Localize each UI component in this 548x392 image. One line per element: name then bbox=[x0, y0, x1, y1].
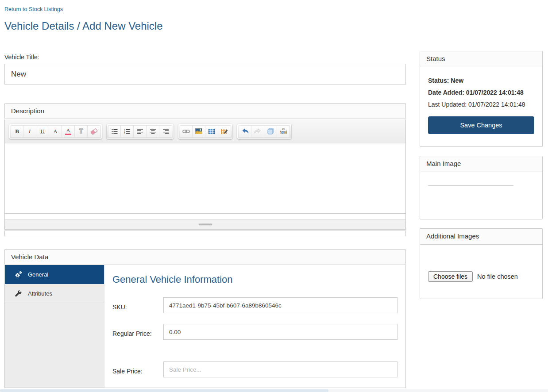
return-to-stock-listings-link[interactable]: Return to Stock Listings bbox=[4, 6, 63, 12]
align-center-button[interactable] bbox=[147, 125, 159, 138]
undo-icon bbox=[242, 128, 249, 134]
file-input: Choose files No file chosen bbox=[428, 271, 534, 282]
svg-text:3: 3 bbox=[124, 132, 125, 134]
editor-statusbar bbox=[5, 213, 405, 219]
remove-format-button[interactable] bbox=[88, 125, 100, 138]
last-updated-value: Last Updated: 01/07/2022 14:01:48 bbox=[428, 100, 534, 108]
select-all-button[interactable] bbox=[264, 125, 277, 138]
font-color-icon: A bbox=[66, 128, 70, 133]
main-image-divider bbox=[428, 185, 513, 186]
sku-label: SKU: bbox=[112, 297, 163, 313]
regular-price-label: Regular Price: bbox=[112, 324, 163, 340]
toolbar-group-actions: <> html bbox=[237, 124, 291, 139]
page-title: Vehicle Details / Add New Vehicle bbox=[4, 20, 406, 32]
align-left-icon bbox=[137, 129, 143, 134]
redo-button[interactable] bbox=[251, 125, 264, 138]
table-icon bbox=[208, 129, 215, 134]
status-panel: Status Status: New Date Added: 01/07/202… bbox=[420, 51, 543, 147]
editor-content-area[interactable] bbox=[5, 143, 405, 213]
bullet-list-button[interactable] bbox=[108, 125, 121, 138]
tab-general-label: General bbox=[28, 271, 48, 278]
font-color-button[interactable]: A bbox=[62, 125, 75, 138]
align-right-icon bbox=[163, 129, 169, 134]
vehicle-data-tab-list: General Attributes bbox=[5, 265, 104, 388]
section-title: General Vehicle Information bbox=[112, 274, 397, 285]
wrench-icon bbox=[15, 290, 22, 297]
align-center-icon bbox=[150, 129, 156, 134]
status-panel-body: Status: New Date Added: 01/07/2022 14:01… bbox=[420, 67, 542, 146]
numbered-list-icon: 123 bbox=[124, 129, 130, 134]
horizontal-scrollbar-thumb[interactable] bbox=[0, 389, 328, 392]
editor-resize-grip-icon[interactable] bbox=[199, 223, 212, 226]
horizontal-scrollbar[interactable] bbox=[0, 389, 548, 392]
vehicle-data-body: General Attributes General Vehicle Infor… bbox=[4, 265, 406, 388]
bold-icon: B bbox=[15, 128, 19, 134]
text-style-button[interactable]: T bbox=[75, 125, 88, 138]
vehicle-data-panel-header: Vehicle Data bbox=[4, 249, 406, 265]
bullet-list-icon bbox=[112, 129, 118, 134]
insert-image-button[interactable] bbox=[193, 125, 205, 138]
additional-images-panel-body: Choose files No file chosen bbox=[420, 245, 542, 299]
choose-files-button[interactable]: Choose files bbox=[428, 271, 473, 282]
file-chosen-status: No file chosen bbox=[477, 273, 518, 280]
additional-images-panel-header: Additional Images bbox=[420, 229, 542, 245]
bold-button[interactable]: B bbox=[11, 125, 23, 138]
italic-button[interactable]: I bbox=[23, 125, 36, 138]
rich-text-editor: B I U A A bbox=[4, 119, 406, 230]
tab-attributes-label: Attributes bbox=[28, 290, 52, 297]
remove-format-eraser-icon bbox=[90, 128, 98, 135]
undo-button[interactable] bbox=[239, 125, 251, 138]
general-tab-content: General Vehicle Information SKU: Regular… bbox=[104, 265, 405, 388]
toolbar-group-text-style: B I U A A bbox=[9, 124, 102, 139]
tab-attributes[interactable]: Attributes bbox=[5, 284, 104, 303]
html-source-button[interactable]: <> html bbox=[277, 125, 290, 138]
editor-footer bbox=[5, 219, 405, 229]
sku-row: SKU: bbox=[112, 297, 397, 313]
align-left-button[interactable] bbox=[134, 125, 147, 138]
description-panel: Description B I U bbox=[4, 103, 406, 236]
sku-input[interactable] bbox=[163, 297, 397, 313]
image-icon bbox=[195, 128, 202, 134]
main-column: Return to Stock Listings Vehicle Details… bbox=[4, 4, 406, 388]
toolbar-group-lists-align: 123 bbox=[107, 124, 174, 139]
vehicle-title-label: Vehicle Title: bbox=[4, 54, 406, 61]
sale-price-input[interactable] bbox=[163, 361, 397, 377]
main-image-panel: Main Image bbox=[420, 156, 543, 219]
description-panel-footer bbox=[4, 231, 406, 236]
table-properties-button[interactable] bbox=[218, 125, 231, 138]
insert-link-button[interactable] bbox=[180, 125, 193, 138]
page: Return to Stock Listings Vehicle Details… bbox=[0, 0, 548, 388]
date-added-value: Date Added: 01/07/2022 14:01:48 bbox=[428, 88, 534, 96]
table-edit-icon bbox=[221, 128, 228, 134]
main-image-panel-body bbox=[420, 185, 542, 219]
numbered-list-button[interactable]: 123 bbox=[121, 125, 134, 138]
font-color-swatch bbox=[65, 134, 71, 135]
status-panel-header: Status bbox=[420, 51, 542, 67]
toolbar-group-insert bbox=[178, 124, 232, 139]
status-value: Status: New bbox=[428, 77, 534, 85]
text-style-icon: T bbox=[79, 128, 83, 135]
additional-images-panel: Additional Images Choose files No file c… bbox=[420, 228, 543, 299]
font-size-button[interactable]: A bbox=[49, 125, 62, 138]
underline-icon: U bbox=[40, 128, 44, 134]
description-panel-header: Description bbox=[4, 103, 406, 119]
insert-table-button[interactable] bbox=[205, 125, 218, 138]
main-image-panel-header: Main Image bbox=[420, 156, 542, 172]
redo-icon bbox=[254, 128, 261, 134]
regular-price-row: Regular Price: bbox=[112, 324, 397, 340]
align-right-button[interactable] bbox=[159, 125, 172, 138]
editor-toolbar: B I U A A bbox=[5, 119, 405, 143]
select-all-icon bbox=[267, 128, 274, 135]
font-size-icon: A bbox=[54, 129, 58, 134]
vehicle-data-panel: Vehicle Data bbox=[4, 249, 406, 388]
sale-price-label: Sale Price: bbox=[112, 361, 163, 377]
side-column: Status Status: New Date Added: 01/07/202… bbox=[420, 4, 543, 388]
vehicle-title-input[interactable] bbox=[4, 64, 406, 85]
regular-price-input[interactable] bbox=[163, 324, 397, 340]
save-changes-button[interactable]: Save Changes bbox=[428, 116, 534, 134]
tab-general[interactable]: General bbox=[5, 265, 104, 284]
gears-icon bbox=[15, 271, 22, 278]
link-icon bbox=[182, 129, 190, 134]
underline-button[interactable]: U bbox=[36, 125, 49, 138]
italic-icon: I bbox=[29, 128, 31, 134]
